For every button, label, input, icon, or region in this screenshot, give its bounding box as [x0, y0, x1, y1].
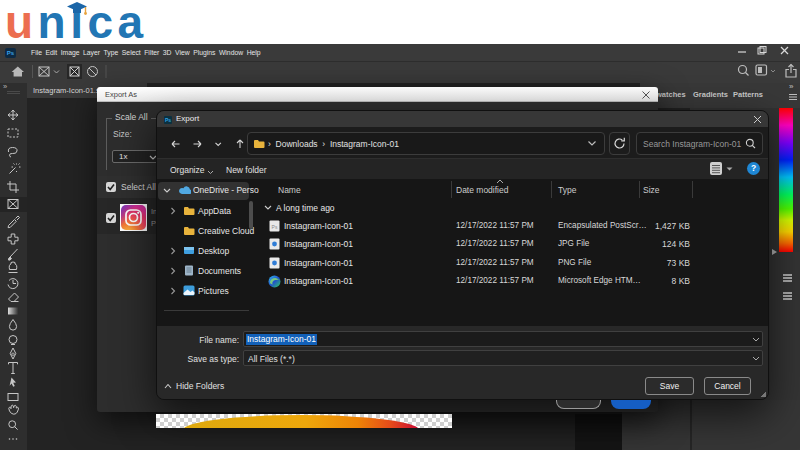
- svg-text:Ps: Ps: [272, 224, 278, 230]
